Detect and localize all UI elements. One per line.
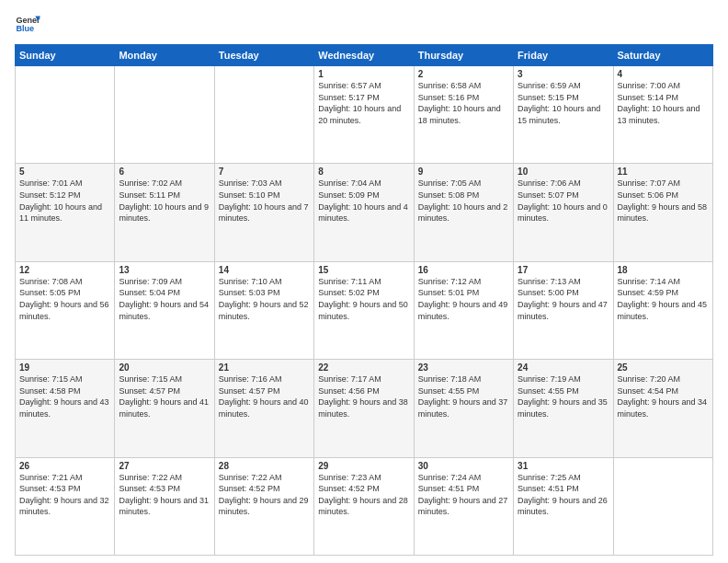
cell-content: Sunrise: 7:04 AMSunset: 5:09 PMDaylight:…	[318, 178, 408, 223]
cell-content: Sunrise: 7:22 AMSunset: 4:52 PMDaylight:…	[219, 473, 309, 517]
calendar-header-sunday: Sunday	[16, 45, 115, 66]
calendar-cell: 5Sunrise: 7:01 AMSunset: 5:12 PMDaylight…	[16, 164, 115, 261]
day-number: 31	[518, 461, 609, 471]
cell-content: Sunrise: 7:01 AMSunset: 5:12 PMDaylight:…	[19, 178, 102, 223]
cell-content: Sunrise: 7:15 AMSunset: 4:57 PMDaylight:…	[119, 374, 209, 419]
day-number: 30	[418, 461, 509, 471]
cell-content: Sunrise: 7:00 AMSunset: 5:14 PMDaylight:…	[618, 81, 700, 125]
calendar-cell: 12Sunrise: 7:08 AMSunset: 5:05 PMDayligh…	[16, 261, 115, 359]
calendar-cell: 29Sunrise: 7:23 AMSunset: 4:52 PMDayligh…	[314, 457, 414, 555]
cell-content: Sunrise: 7:10 AMSunset: 5:03 PMDaylight:…	[219, 277, 309, 321]
cell-content: Sunrise: 6:57 AMSunset: 5:17 PMDaylight:…	[318, 81, 401, 125]
calendar-cell: 15Sunrise: 7:11 AMSunset: 5:02 PMDayligh…	[314, 261, 414, 359]
cell-content: Sunrise: 6:59 AMSunset: 5:15 PMDaylight:…	[518, 81, 600, 125]
calendar-cell: 3Sunrise: 6:59 AMSunset: 5:15 PMDaylight…	[514, 66, 613, 164]
calendar-cell: 20Sunrise: 7:15 AMSunset: 4:57 PMDayligh…	[115, 360, 214, 457]
calendar-cell: 8Sunrise: 7:04 AMSunset: 5:09 PMDaylight…	[314, 164, 414, 261]
calendar-cell	[613, 457, 712, 555]
cell-content: Sunrise: 7:05 AMSunset: 5:08 PMDaylight:…	[418, 178, 508, 223]
day-number: 19	[19, 362, 110, 373]
day-number: 3	[518, 69, 609, 79]
day-number: 8	[318, 167, 409, 177]
cell-content: Sunrise: 7:07 AMSunset: 5:06 PMDaylight:…	[618, 178, 708, 223]
cell-content: Sunrise: 7:15 AMSunset: 4:58 PMDaylight:…	[19, 374, 109, 419]
calendar-header-thursday: Thursday	[414, 45, 513, 66]
calendar-header-monday: Monday	[115, 45, 214, 66]
day-number: 5	[19, 167, 110, 177]
calendar-table: SundayMondayTuesdayWednesdayThursdayFrid…	[15, 44, 713, 556]
calendar-cell: 13Sunrise: 7:09 AMSunset: 5:04 PMDayligh…	[115, 261, 214, 359]
calendar-cell: 22Sunrise: 7:17 AMSunset: 4:56 PMDayligh…	[314, 360, 414, 457]
calendar-week-2: 5Sunrise: 7:01 AMSunset: 5:12 PMDaylight…	[16, 164, 713, 261]
calendar-cell: 2Sunrise: 6:58 AMSunset: 5:16 PMDaylight…	[414, 66, 513, 164]
cell-content: Sunrise: 7:23 AMSunset: 4:52 PMDaylight:…	[318, 473, 408, 517]
calendar-week-1: 1Sunrise: 6:57 AMSunset: 5:17 PMDaylight…	[16, 66, 713, 164]
day-number: 11	[618, 167, 709, 177]
day-number: 9	[418, 167, 509, 177]
cell-content: Sunrise: 7:11 AMSunset: 5:02 PMDaylight:…	[318, 277, 408, 321]
calendar-cell: 28Sunrise: 7:22 AMSunset: 4:52 PMDayligh…	[214, 457, 313, 555]
day-number: 16	[418, 265, 509, 275]
day-number: 17	[518, 265, 609, 275]
calendar-cell: 18Sunrise: 7:14 AMSunset: 4:59 PMDayligh…	[613, 261, 712, 359]
calendar-week-3: 12Sunrise: 7:08 AMSunset: 5:05 PMDayligh…	[16, 261, 713, 359]
calendar-cell: 6Sunrise: 7:02 AMSunset: 5:11 PMDaylight…	[115, 164, 214, 261]
cell-content: Sunrise: 7:12 AMSunset: 5:01 PMDaylight:…	[418, 277, 508, 321]
calendar-header-wednesday: Wednesday	[314, 45, 414, 66]
logo-icon: General Blue	[15, 11, 40, 37]
calendar-cell	[214, 66, 313, 164]
calendar-week-5: 26Sunrise: 7:21 AMSunset: 4:53 PMDayligh…	[16, 457, 713, 555]
cell-content: Sunrise: 7:06 AMSunset: 5:07 PMDaylight:…	[518, 178, 608, 223]
calendar-header-saturday: Saturday	[613, 45, 712, 66]
day-number: 13	[119, 265, 210, 275]
day-number: 18	[618, 265, 709, 275]
day-number: 24	[518, 362, 609, 373]
day-number: 25	[618, 362, 709, 373]
calendar-cell: 14Sunrise: 7:10 AMSunset: 5:03 PMDayligh…	[214, 261, 313, 359]
cell-content: Sunrise: 7:20 AMSunset: 4:54 PMDaylight:…	[618, 374, 708, 419]
cell-content: Sunrise: 7:25 AMSunset: 4:51 PMDaylight:…	[518, 473, 608, 517]
cell-content: Sunrise: 7:08 AMSunset: 5:05 PMDaylight:…	[19, 277, 109, 321]
cell-content: Sunrise: 7:09 AMSunset: 5:04 PMDaylight:…	[119, 277, 209, 321]
day-number: 4	[618, 69, 709, 79]
calendar-cell: 23Sunrise: 7:18 AMSunset: 4:55 PMDayligh…	[414, 360, 513, 457]
cell-content: Sunrise: 7:24 AMSunset: 4:51 PMDaylight:…	[418, 473, 508, 517]
calendar-cell: 25Sunrise: 7:20 AMSunset: 4:54 PMDayligh…	[613, 360, 712, 457]
cell-content: Sunrise: 7:18 AMSunset: 4:55 PMDaylight:…	[418, 374, 508, 419]
calendar-cell: 19Sunrise: 7:15 AMSunset: 4:58 PMDayligh…	[16, 360, 115, 457]
logo: General Blue	[15, 11, 40, 37]
calendar-cell: 10Sunrise: 7:06 AMSunset: 5:07 PMDayligh…	[514, 164, 613, 261]
day-number: 28	[219, 461, 310, 471]
calendar-header-row: SundayMondayTuesdayWednesdayThursdayFrid…	[16, 45, 713, 66]
cell-content: Sunrise: 7:19 AMSunset: 4:55 PMDaylight:…	[518, 374, 608, 419]
calendar-cell	[115, 66, 214, 164]
header: General Blue	[15, 11, 713, 37]
calendar-cell: 30Sunrise: 7:24 AMSunset: 4:51 PMDayligh…	[414, 457, 513, 555]
cell-content: Sunrise: 7:16 AMSunset: 4:57 PMDaylight:…	[219, 374, 309, 419]
cell-content: Sunrise: 7:22 AMSunset: 4:53 PMDaylight:…	[119, 473, 209, 517]
cell-content: Sunrise: 7:21 AMSunset: 4:53 PMDaylight:…	[19, 473, 109, 517]
cell-content: Sunrise: 7:03 AMSunset: 5:10 PMDaylight:…	[219, 178, 309, 223]
calendar-cell: 26Sunrise: 7:21 AMSunset: 4:53 PMDayligh…	[16, 457, 115, 555]
cell-content: Sunrise: 6:58 AMSunset: 5:16 PMDaylight:…	[418, 81, 501, 125]
calendar-cell: 16Sunrise: 7:12 AMSunset: 5:01 PMDayligh…	[414, 261, 513, 359]
cell-content: Sunrise: 7:17 AMSunset: 4:56 PMDaylight:…	[318, 374, 408, 419]
day-number: 21	[219, 362, 310, 373]
page: General Blue SundayMondayTuesdayWednesda…	[0, 0, 728, 563]
day-number: 14	[219, 265, 310, 275]
calendar-cell: 11Sunrise: 7:07 AMSunset: 5:06 PMDayligh…	[613, 164, 712, 261]
calendar-cell: 31Sunrise: 7:25 AMSunset: 4:51 PMDayligh…	[514, 457, 613, 555]
day-number: 10	[518, 167, 609, 177]
cell-content: Sunrise: 7:14 AMSunset: 4:59 PMDaylight:…	[618, 277, 708, 321]
calendar-cell	[16, 66, 115, 164]
calendar-week-4: 19Sunrise: 7:15 AMSunset: 4:58 PMDayligh…	[16, 360, 713, 457]
day-number: 27	[119, 461, 210, 471]
calendar-cell: 7Sunrise: 7:03 AMSunset: 5:10 PMDaylight…	[214, 164, 313, 261]
cell-content: Sunrise: 7:13 AMSunset: 5:00 PMDaylight:…	[518, 277, 608, 321]
calendar-header-tuesday: Tuesday	[214, 45, 313, 66]
cell-content: Sunrise: 7:02 AMSunset: 5:11 PMDaylight:…	[119, 178, 209, 223]
day-number: 12	[19, 265, 110, 275]
calendar-cell: 1Sunrise: 6:57 AMSunset: 5:17 PMDaylight…	[314, 66, 414, 164]
calendar-cell: 27Sunrise: 7:22 AMSunset: 4:53 PMDayligh…	[115, 457, 214, 555]
day-number: 6	[119, 167, 210, 177]
